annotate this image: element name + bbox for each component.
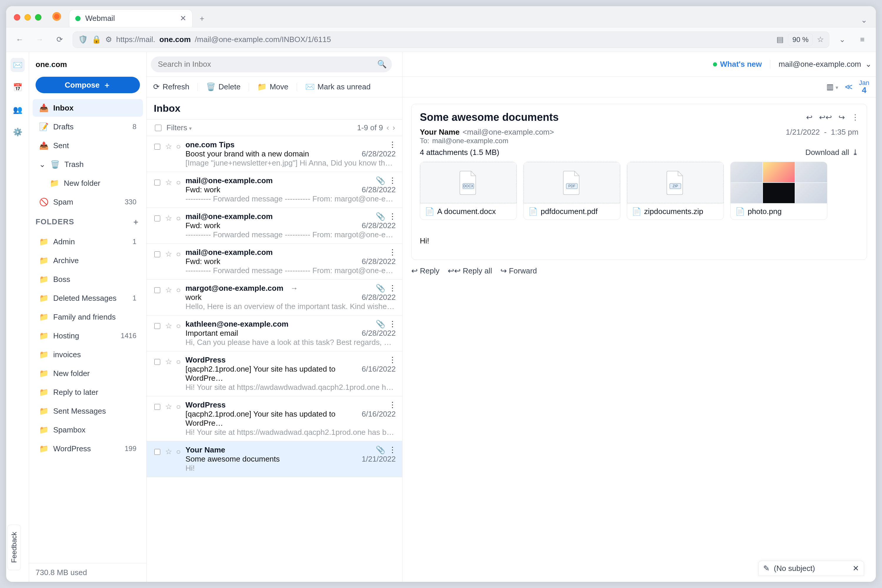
star-icon[interactable]: ☆ [165, 214, 172, 223]
compose-button[interactable]: Compose ＋ [36, 77, 140, 93]
chevron-down-icon[interactable]: ⌄ [39, 160, 46, 169]
row-menu-icon[interactable]: ⋮ [388, 140, 396, 149]
attachment[interactable]: 📄 photo.png [730, 162, 827, 220]
row-checkbox[interactable] [154, 287, 160, 293]
browser-tab[interactable]: Webmail ✕ [69, 9, 193, 27]
whats-new-link[interactable]: What's new [713, 60, 762, 69]
row-checkbox[interactable] [154, 404, 160, 410]
message-row[interactable]: ☆ ○ mail@one-example.com 📎 ⋮ Fwd: work 6… [147, 172, 402, 208]
new-tab-button[interactable]: ＋ [196, 12, 208, 24]
star-icon[interactable]: ☆ [165, 447, 172, 456]
row-checkbox[interactable] [154, 449, 160, 455]
filters-button[interactable]: Filters [166, 123, 192, 132]
unread-dot[interactable]: ○ [176, 285, 181, 295]
star-icon[interactable]: ☆ [165, 142, 172, 151]
forward-icon[interactable]: ↪ [838, 113, 845, 122]
folder-item[interactable]: 📁 New folder [33, 364, 143, 382]
close-window-dot[interactable] [14, 14, 20, 21]
star-icon[interactable]: ☆ [165, 250, 172, 259]
row-menu-icon[interactable]: ⋮ [388, 356, 396, 364]
row-checkbox[interactable] [154, 144, 160, 150]
message-row[interactable]: ☆ ○ Your Name 📎 ⋮ Some awesome documents… [147, 441, 402, 477]
reply-all-button[interactable]: ↩↩ Reply all [448, 266, 492, 276]
message-row[interactable]: ☆ ○ WordPress ⋮ [qacph2.1prod.one] Your … [147, 396, 402, 441]
forward-button[interactable]: → [33, 33, 47, 47]
folder-item[interactable]: 📁 WordPress 199 [33, 440, 143, 458]
rail-mail[interactable]: ✉️ [10, 58, 25, 72]
search-field[interactable] [157, 59, 386, 69]
star-icon[interactable]: ☆ [165, 285, 172, 295]
folder-item[interactable]: 📁 Archive [33, 252, 143, 269]
date-jump[interactable]: Jan 4 [859, 80, 869, 94]
unread-dot[interactable]: ○ [176, 214, 181, 223]
back-button[interactable]: ← [13, 33, 27, 47]
folder-item[interactable]: 📁 Boss [33, 270, 143, 288]
folder-item[interactable]: 📁 Hosting 1416 [33, 327, 143, 345]
attachment[interactable]: ZIP 📄 zipdocuments.zip [627, 162, 724, 220]
rail-settings[interactable]: ⚙️ [10, 125, 25, 139]
close-icon[interactable]: ✕ [853, 564, 859, 573]
row-checkbox[interactable] [154, 216, 160, 221]
reader-mode-icon[interactable]: ▤ [777, 35, 784, 44]
message-row[interactable]: ☆ ○ mail@one-example.com ⋮ Fwd: work 6/2… [147, 244, 402, 280]
reply-button[interactable]: ↩ Reply [411, 266, 440, 276]
forward-button[interactable]: ↪ Forward [500, 266, 537, 276]
next-page-icon[interactable]: › [393, 123, 395, 132]
close-tab-icon[interactable]: ✕ [180, 14, 186, 23]
star-icon[interactable]: ☆ [165, 357, 172, 366]
unread-dot[interactable]: ○ [176, 357, 181, 366]
nav-drafts[interactable]: 📝 Drafts 8 [33, 118, 143, 135]
mark-unread-button[interactable]: ✉️Mark as unread [305, 82, 371, 92]
download-all-button[interactable]: Download all ⤓ [805, 148, 858, 157]
rail-calendar[interactable]: 📅 [10, 80, 25, 94]
message-row[interactable]: ☆ ○ WordPress ⋮ [qacph2.1prod.one] Your … [147, 351, 402, 396]
message-row[interactable]: ☆ ○ margot@one-example.com → 📎 ⋮ work 6/… [147, 280, 402, 315]
folder-item[interactable]: 📁 invoices [33, 346, 143, 363]
move-button[interactable]: 📁Move [257, 82, 288, 92]
folder-item[interactable]: 📁 Spambox [33, 421, 143, 439]
bookmark-icon[interactable]: ☆ [817, 35, 824, 44]
jump-first-icon[interactable]: ≪ [844, 82, 853, 92]
star-icon[interactable]: ☆ [165, 321, 172, 330]
folder-item[interactable]: 📁 Reply to later [33, 383, 143, 401]
nav-sent[interactable]: 📤 Sent [33, 137, 143, 154]
star-icon[interactable]: ☆ [165, 402, 172, 411]
unread-dot[interactable]: ○ [176, 142, 181, 151]
folder-item[interactable]: 📁 Family and friends [33, 308, 143, 326]
feedback-tab[interactable]: Feedback [8, 525, 21, 570]
row-menu-icon[interactable]: ⋮ [388, 176, 396, 185]
row-menu-icon[interactable]: ⋮ [388, 212, 396, 221]
reload-button[interactable]: ⟳ [52, 33, 67, 47]
layout-toggle[interactable]: ▥ [826, 82, 838, 92]
rail-contacts[interactable]: 👥 [10, 103, 25, 117]
unread-dot[interactable]: ○ [176, 402, 181, 411]
zoom-window-dot[interactable] [35, 14, 42, 21]
nav-inbox[interactable]: 📥 Inbox [33, 99, 143, 117]
row-menu-icon[interactable]: ⋮ [388, 284, 396, 293]
row-checkbox[interactable] [154, 180, 160, 186]
row-menu-icon[interactable]: ⋮ [388, 248, 396, 257]
unread-dot[interactable]: ○ [176, 250, 181, 259]
search-icon[interactable]: 🔍 [377, 60, 387, 69]
nav-trash[interactable]: ⌄ 🗑️ Trash [33, 156, 143, 173]
reply-all-icon[interactable]: ↩↩ [819, 113, 832, 122]
select-all-checkbox[interactable] [155, 124, 161, 131]
row-menu-icon[interactable]: ⋮ [388, 446, 396, 454]
prev-page-icon[interactable]: ‹ [387, 123, 389, 132]
folder-item[interactable]: 📁 Admin 1 [33, 233, 143, 250]
star-icon[interactable]: ☆ [165, 178, 172, 187]
row-checkbox[interactable] [154, 323, 160, 329]
tab-overflow-icon[interactable]: ⌄ [857, 13, 871, 27]
unread-dot[interactable]: ○ [176, 178, 181, 187]
row-checkbox[interactable] [154, 251, 160, 257]
menu-icon[interactable]: ≡ [855, 33, 869, 47]
zoom-badge[interactable]: 90 % [788, 33, 813, 46]
row-menu-icon[interactable]: ⋮ [388, 320, 396, 329]
more-icon[interactable]: ⋮ [851, 113, 858, 122]
attachment[interactable]: PDF 📄 pdfdocument.pdf [524, 162, 620, 220]
row-menu-icon[interactable]: ⋮ [388, 400, 396, 410]
attachment[interactable]: DOCX 📄 A document.docx [420, 162, 517, 220]
message-row[interactable]: ☆ ○ mail@one-example.com 📎 ⋮ Fwd: work 6… [147, 208, 402, 244]
row-checkbox[interactable] [154, 359, 160, 365]
site-settings-icon[interactable]: ⚙ [105, 35, 112, 44]
